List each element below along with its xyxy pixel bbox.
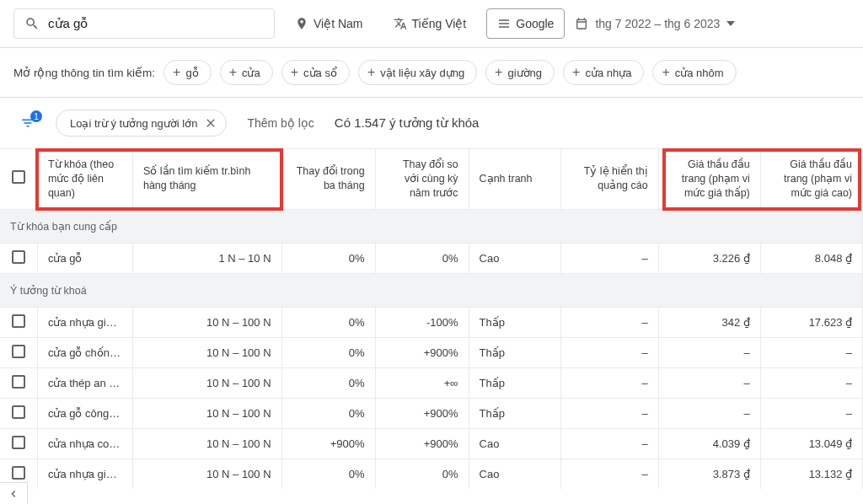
select-all-checkbox[interactable] [12,170,25,184]
cell-volume: 10 N – 100 N [132,458,281,489]
network-filter[interactable]: Google [486,8,565,39]
plus-icon: + [229,66,237,79]
broaden-chip[interactable]: +giường [485,60,555,85]
chevron-left-icon [7,487,20,489]
scroll-left-button[interactable] [0,482,28,489]
cell-keyword: cửa gỗ công ngh... [37,398,132,428]
cell-high: – [760,398,862,428]
cell-low: 4.039 ₫ [658,428,760,458]
cell-keyword: cửa nhựa giả gỗ ... [37,307,132,337]
cell-comp: Cao [469,428,560,458]
plus-icon: + [572,66,580,79]
applied-filter-label: Loại trừ ý tưởng người lớn [70,117,197,130]
row-checkbox[interactable] [12,314,25,328]
broaden-label: Mở rộng thông tin tìm kiếm: [13,66,155,79]
cell-keyword: cửa nhựa compo... [37,428,132,458]
cell-3m: 0% [281,367,375,398]
cell-comp: Thấp [469,367,560,398]
cell-volume: 10 N – 100 N [132,367,281,398]
row-checkbox[interactable] [12,466,25,480]
table-row[interactable]: cửa gỗ công ngh... 10 N – 100 N 0% +900%… [0,398,863,428]
search-input[interactable] [48,17,264,31]
cell-imp: – [560,458,658,489]
broaden-chip[interactable]: +cửa nhôm [652,60,736,85]
cell-imp: – [560,337,658,367]
language-filter[interactable]: Tiếng Việt [383,8,477,39]
broaden-chip[interactable]: +vật liệu xây dựng [358,60,477,85]
cell-3m: 0% [281,337,375,367]
applied-filter-pill[interactable]: Loại trừ ý tưởng người lớn [56,110,227,137]
col-keyword[interactable]: Từ khóa (theo mức độ liên quan) [37,149,132,210]
table-row[interactable]: cửa nhựa giả gỗ 10 N – 100 N 0% 0% Cao –… [0,458,863,489]
date-range-filter[interactable]: thg 7 2022 – thg 6 2023 [575,17,735,30]
cell-keyword: cửa gỗ [37,243,132,273]
cell-yoy: +900% [375,428,469,458]
table-row[interactable]: cửa nhựa giả gỗ ... 10 N – 100 N 0% -100… [0,307,863,337]
cell-low: 342 ₫ [658,307,760,337]
row-checkbox[interactable] [12,345,25,358]
cell-yoy: +900% [375,398,469,428]
cell-yoy: +∞ [375,367,469,398]
plus-icon: + [495,66,502,79]
broaden-chip[interactable]: +cửa [220,60,273,85]
cell-comp: Thấp [469,398,560,428]
table-header-row: Từ khóa (theo mức độ liên quan) Số lần t… [0,149,863,210]
cell-imp: – [560,428,658,458]
filter-funnel[interactable]: 1 [20,115,35,131]
keyword-table: Từ khóa (theo mức độ liên quan) Số lần t… [0,148,863,489]
search-field[interactable] [13,8,275,39]
broaden-chip[interactable]: +cửa sổ [281,60,350,85]
col-three-month[interactable]: Thay đổi trong ba tháng [281,149,375,210]
section-ideas: Ý tưởng từ khoá [0,273,863,307]
cell-comp: Cao [469,243,560,273]
col-competition[interactable]: Cạnh tranh [469,149,560,210]
cell-keyword: cửa thép an toàn... [37,367,132,398]
cell-low: – [658,398,760,428]
plus-icon: + [173,66,180,79]
cell-yoy: 0% [375,458,469,489]
cell-low: 3.226 ₫ [658,243,760,273]
location-filter[interactable]: Việt Nam [285,8,373,39]
cell-3m: 0% [281,458,375,489]
search-icon [24,16,40,31]
cell-keyword: cửa gỗ chống ch... [37,337,132,367]
table-row[interactable]: cửa gỗ chống ch... 10 N – 100 N 0% +900%… [0,337,863,367]
row-checkbox[interactable] [12,250,25,264]
date-range-text: thg 7 2022 – thg 6 2023 [595,17,720,30]
col-yoy[interactable]: Thay đổi so với cùng kỳ năm trước [375,149,469,210]
cell-3m: +900% [281,428,375,458]
cell-imp: – [560,367,658,398]
broaden-chip[interactable]: +gỗ [163,60,212,85]
cell-volume: 1 N – 10 N [132,243,281,273]
row-checkbox[interactable] [12,436,25,449]
row-checkbox[interactable] [12,375,25,389]
cell-high: 17.623 ₫ [760,307,862,337]
cell-low: – [658,367,760,398]
table-row[interactable]: cửa nhựa compo... 10 N – 100 N +900% +90… [0,428,863,458]
table-row[interactable]: cửa thép an toàn... 10 N – 100 N 0% +∞ T… [0,367,863,398]
broaden-chip[interactable]: +cửa nhựa [563,60,644,85]
cell-yoy: -100% [375,307,469,337]
col-bid-low[interactable]: Giá thầu đầu trang (phạm vi mức giá thấp… [658,149,760,210]
plus-icon: + [367,66,375,79]
cell-yoy: 0% [375,243,469,273]
section-provided: Từ khóa bạn cung cấp [0,209,863,243]
col-bid-high[interactable]: Giá thầu đầu trang (phạm vi mức giá cao) [760,149,862,210]
ideas-count: Có 1.547 ý tưởng từ khóa [335,115,480,131]
location-text: Việt Nam [314,17,363,30]
cell-yoy: +900% [375,337,469,367]
table-row[interactable]: cửa gỗ 1 N – 10 N 0% 0% Cao – 3.226 ₫ 8.… [0,243,863,273]
cell-3m: 0% [281,307,375,337]
col-impression-share[interactable]: Tỷ lệ hiển thị quảng cáo [560,149,658,210]
close-icon[interactable] [204,116,217,130]
chevron-down-icon [726,21,735,26]
network-icon [497,17,511,30]
col-volume[interactable]: Số lần tìm kiếm tr.bình hàng tháng [132,149,281,210]
cell-volume: 10 N – 100 N [132,307,281,337]
cell-3m: 0% [281,243,375,273]
cell-high: 8.048 ₫ [760,243,862,273]
add-filter-link[interactable]: Thêm bộ lọc [247,116,314,130]
row-checkbox[interactable] [12,405,25,419]
cell-3m: 0% [281,398,375,428]
cell-high: 13.049 ₫ [760,428,862,458]
